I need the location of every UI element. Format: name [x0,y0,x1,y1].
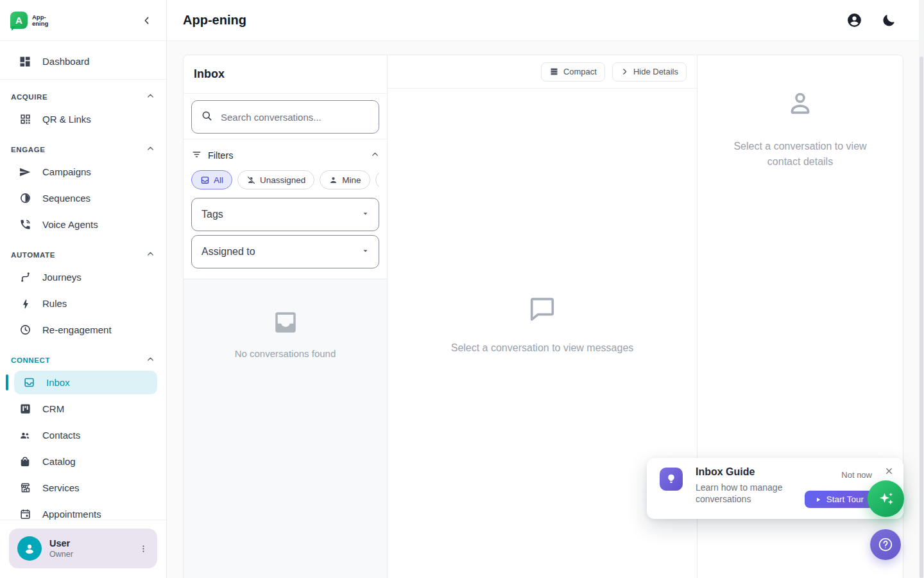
sidebar-item-appointments[interactable]: Appointments [0,501,166,520]
chevron-up-icon [146,250,155,259]
section-acquire[interactable]: ACQUIRE [0,80,166,106]
sidebar-item-label: Re-engagement [42,324,112,335]
collapse-sidebar-icon[interactable] [138,12,156,30]
user-name: User [49,538,126,548]
logo-letter: A [15,15,22,26]
sidebar-item-sequences[interactable]: Sequences [0,185,166,211]
campaigns-icon [19,166,31,179]
sidebar-item-label: Inbox [46,377,70,388]
tags-select-label: Tags [201,209,223,220]
sidebar-item-rules[interactable]: Rules [0,290,166,317]
sidebar-item-label: Sequences [42,193,90,204]
chip-mine[interactable]: Mine [320,170,370,189]
sidebar-item-label: Catalog [42,456,76,467]
sidebar-item-catalog[interactable]: Catalog [0,448,166,475]
not-now-button[interactable]: Not now [841,470,872,480]
sidebar-item-label: CRM [42,403,64,414]
appointments-icon [19,508,31,520]
inbox-icon [22,376,35,389]
sidebar-item-voice-agents[interactable]: Voice Agents [0,211,166,238]
inbox-icon [200,175,210,185]
chevron-up-icon[interactable] [371,150,379,161]
section-automate[interactable]: AUTOMATE [0,238,166,264]
chip-all[interactable]: All [191,170,232,189]
page-scrollbar[interactable] [919,0,924,578]
sidebar-item-contacts[interactable]: Contacts [0,422,166,448]
sidebar-item-qr-links[interactable]: QR & Links [0,106,166,132]
lightbulb-icon [660,468,683,491]
sidebar-item-label: Services [42,482,80,493]
app-logo: A App- ening [10,12,48,29]
help-fab[interactable] [870,529,901,560]
inbox-guide-toast: Inbox Guide Learn how to manage conversa… [647,458,903,519]
topbar-actions [846,12,896,29]
sidebar-item-label: Rules [42,298,67,309]
contacts-icon [19,429,31,442]
account-circle-icon[interactable] [846,12,862,29]
user-avatar [17,536,42,561]
hide-details-button[interactable]: Hide Details [612,62,687,82]
help-icon [877,536,894,553]
qr-links-icon [19,113,31,126]
search-icon [201,110,213,125]
sequences-icon [19,192,31,205]
compact-button[interactable]: Compact [541,62,605,82]
crm-icon [19,403,31,416]
kebab-menu-icon[interactable] [134,539,152,557]
sidebar-item-services[interactable]: Services [0,475,166,501]
conversation-list-pane: Inbox [184,55,388,578]
empty-list-text: No conversations found [235,348,336,359]
search-section [184,94,387,139]
sparkles-icon [877,489,896,509]
sidebar-nav: Dashboard ACQUIRE QR & Links ENGAGE Camp… [0,41,166,520]
sidebar-item-dashboard[interactable]: Dashboard [0,48,166,74]
sidebar-item-label: Appointments [42,509,101,520]
sidebar-item-crm[interactable]: CRM [0,396,166,422]
details-empty-text: Select a conversation to view contact de… [726,139,874,170]
toast-title: Inbox Guide [696,466,755,478]
toast-subtitle: Learn how to manage conversations [696,482,801,505]
filter-chips: All Unassigned Mine [191,170,379,189]
inbox-title: Inbox [194,67,225,81]
section-connect[interactable]: CONNECT [0,343,166,369]
tags-select[interactable]: Tags [191,198,379,231]
person-icon [329,175,338,185]
ai-assistant-fab[interactable] [868,480,904,517]
sidebar-item-journeys[interactable]: Journeys [0,264,166,290]
catalog-icon [19,455,31,468]
user-card[interactable]: User Owner [9,529,157,568]
close-icon[interactable] [882,464,896,478]
section-engage[interactable]: ENGAGE [0,132,166,159]
logo-text: App- ening [32,14,48,27]
user-role: Owner [49,550,126,559]
sidebar-item-campaigns[interactable]: Campaigns [0,159,166,185]
start-tour-button[interactable]: Start Tour [805,491,874,508]
caret-down-icon [361,209,370,220]
sidebar-footer: User Owner [0,520,166,578]
messages-empty-text: Select a conversation to view messages [451,342,634,354]
chevron-up-icon [146,92,155,101]
sidebar-item-label: Voice Agents [42,219,98,230]
chip-unread[interactable]: Unread [375,170,379,189]
person-off-icon [246,175,256,185]
chip-unassigned[interactable]: Unassigned [237,170,314,189]
page-title: App-ening [183,13,246,28]
assigned-to-select[interactable]: Assigned to [191,235,379,268]
filter-icon [191,149,202,162]
dark-mode-icon[interactable] [880,12,896,29]
sidebar-item-inbox[interactable]: Inbox [14,371,157,394]
filters-toggle[interactable]: Filters [191,147,379,164]
search-input[interactable] [221,112,370,123]
play-icon [815,496,821,503]
re-engagement-icon [19,324,31,337]
logo-badge-icon: A [10,12,28,29]
scrollbar-thumb[interactable] [920,57,923,578]
sidebar-item-re-engagement[interactable]: Re-engagement [0,317,166,343]
topbar: App-ening [167,0,924,41]
search-box[interactable] [191,100,379,134]
conversation-list-empty: No conversations found [184,279,387,578]
sidebar-header: A App- ening [0,0,166,41]
sidebar: A App- ening Dashboard ACQUIRE [0,0,167,578]
sidebar-item-label: QR & Links [42,114,91,125]
user-meta: User Owner [49,538,126,559]
